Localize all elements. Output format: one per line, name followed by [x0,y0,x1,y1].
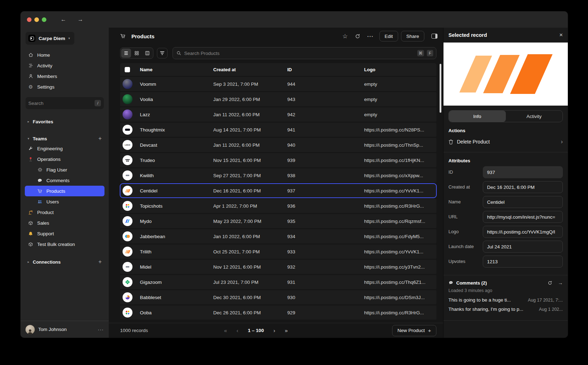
table-row[interactable]: MydoMay 23 2022, 7:00 PM935https://i.pos… [120,214,436,228]
table-row[interactable]: ThoughtmixAug 14 2021, 7:00 PM941https:/… [120,123,436,137]
attributes-list: IDCreated atNameURLLogoLaunch dateUpvote… [443,166,568,270]
column-header-name[interactable]: Name [140,67,213,72]
sidebar-item-flag-user[interactable]: Flag User [25,164,104,175]
delete-product-action[interactable]: Delete Product › [448,136,563,147]
section-favorites[interactable]: ▸ Favorites [25,117,104,126]
sidebar-item-product[interactable]: Product [25,207,104,218]
table-scrollbar[interactable] [440,64,441,113]
list-view-button[interactable] [121,49,131,58]
table-row[interactable]: JabberbeanJan 10 2022, 6:00 PM934https:/… [120,229,436,243]
caret-down-icon: ▾ [28,137,29,140]
table-footer: 1000 records « ‹ 1 – 100 › » New Product… [109,323,443,338]
sidebar-item-sales[interactable]: Sales [25,218,104,228]
sidebar-search[interactable]: / [26,97,104,109]
attr-input-id[interactable] [483,166,563,178]
column-header-created-at[interactable]: Created at [213,67,287,72]
shopping-cart-icon [37,189,43,194]
record-logo-image [443,43,568,106]
minimize-window-button[interactable] [34,17,39,22]
attr-input-logo[interactable] [483,226,563,238]
section-teams[interactable]: ▾ Teams + [25,134,104,143]
attr-input-url[interactable] [483,211,563,223]
table-view-button[interactable] [142,49,152,58]
attr-input-upvotes[interactable] [483,256,563,268]
workspace-switcher[interactable]: Carpe Diem ▾ [26,32,74,45]
select-all-checkbox[interactable] [125,67,130,72]
page-range: 1 – 100 [248,328,264,333]
column-header-id[interactable]: ID [287,67,364,72]
product-name-cell: Lazz [140,112,213,117]
table-row[interactable]: VoommSep 3 2021, 7:00 PM944empty [120,77,436,91]
table-row[interactable]: OobaDec 26 2021, 6:00 PM929https://i.pos… [120,305,436,320]
table-row[interactable]: TrilithOct 25 2021, 7:00 PM933https://i.… [120,245,436,259]
next-page-icon[interactable]: › [273,327,275,333]
toggle-panel-icon[interactable] [431,34,437,39]
sparkle-icon [37,167,43,172]
attribute-row-launch-date: Launch date [448,241,563,253]
table-search-input[interactable] [184,51,414,56]
sidebar-item-products[interactable]: Products [25,186,104,196]
table-row[interactable]: TrudeoNov 15 2021, 6:00 PM939https://i.p… [120,153,436,167]
table-row[interactable]: GigazoomJul 23 2021, 7:00 PM931https://i… [120,275,436,289]
table-row[interactable]: VooliaJan 29 2022, 6:00 PM943empty [120,92,436,106]
edit-button[interactable]: Edit [379,31,398,41]
zoom-window-button[interactable] [42,17,46,22]
panel-header: Selected record × [443,28,568,43]
close-icon[interactable]: × [559,32,563,39]
user-more-icon[interactable]: ··· [98,327,104,332]
sidebar-item-activity[interactable]: Activity [25,60,104,71]
filter-button[interactable] [157,48,168,58]
grid-view-button[interactable] [132,49,142,58]
sidebar-item-home[interactable]: Home [25,50,104,60]
history-back-icon[interactable]: ← [61,16,66,23]
sidebar-item-operations[interactable]: Operations [25,154,104,164]
sidebar-item-support[interactable]: Support [25,228,104,239]
share-button[interactable]: Share [401,31,424,41]
sidebar-item-label: Test Bulk creation [37,242,75,247]
attr-input-name[interactable] [483,196,563,208]
product-name-cell: Midel [140,264,213,270]
add-team-button[interactable]: + [98,135,102,142]
table-search[interactable]: ⌘ F [173,47,436,59]
comments-loaded-status: Loaded 3 minutes ago [448,288,563,293]
history-forward-icon[interactable]: → [78,16,83,23]
table-row[interactable]: KwilithSep 27 2021, 7:00 PM938https://i.… [120,168,436,182]
table-row[interactable]: LOGODevcastJan 11 2022, 6:00 PM940https:… [120,138,436,152]
more-options-icon[interactable]: ··· [367,33,374,39]
comments-list: This is going to be a huge ti...Aug 17 2… [448,297,563,312]
table-row[interactable]: BabblesetDec 30 2021, 6:00 PM930https://… [120,290,436,304]
sidebar-item-settings[interactable]: ⚙ Settings [25,82,104,92]
table-row[interactable]: LazzJan 11 2022, 6:00 PM942empty [120,107,436,122]
sidebar-item-comments[interactable]: Comments [25,175,104,186]
sidebar-item-engineering[interactable]: Engineering [25,143,104,154]
close-window-button[interactable] [27,17,32,22]
column-header-logo[interactable]: Logo [364,67,436,72]
attr-input-launch-date[interactable] [483,241,563,253]
tab-activity[interactable]: Activity [506,111,563,122]
refresh-icon[interactable] [355,34,360,39]
attr-input-created-at[interactable] [483,181,563,193]
sidebar-item-test-bulk-creation[interactable]: Test Bulk creation [25,239,104,249]
sidebar-search-input[interactable] [28,101,92,106]
sidebar-item-members[interactable]: Members [25,71,104,82]
section-connections[interactable]: ▸ Connections + [25,257,104,266]
table-row-selected[interactable]: CentidelDec 16 2021, 6:00 PM937https://i… [120,184,436,198]
logo-cell: https://i.postimg.cc/Thq6Z1... [364,280,436,285]
tab-info[interactable]: Info [449,111,506,122]
user-menu[interactable]: Tom Johnson ··· [21,321,109,338]
last-page-icon[interactable]: » [285,327,288,333]
star-icon[interactable]: ☆ [342,33,347,40]
previous-page-icon[interactable]: ‹ [237,327,238,333]
open-comments-icon[interactable]: → [558,280,563,286]
table-row[interactable]: TopicshotsApr 1 2022, 7:00 PM936https://… [120,199,436,213]
refresh-comments-icon[interactable] [548,281,552,285]
first-page-icon[interactable]: « [224,327,227,333]
logo-cell: https://i.postimg.cc/YvVK1... [364,249,436,254]
sidebar-item-users[interactable]: Users [25,196,104,207]
comment-item[interactable]: Thanks for sharing, I'm going to p...Aug… [448,307,563,312]
table-row[interactable]: MidelNov 12 2021, 6:00 PM932https://i.po… [120,260,436,274]
id-cell: 936 [287,203,364,209]
comment-item[interactable]: This is going to be a huge ti...Aug 17 2… [448,297,563,303]
add-connection-button[interactable]: + [98,259,102,265]
new-product-button[interactable]: New Product + [392,325,436,336]
